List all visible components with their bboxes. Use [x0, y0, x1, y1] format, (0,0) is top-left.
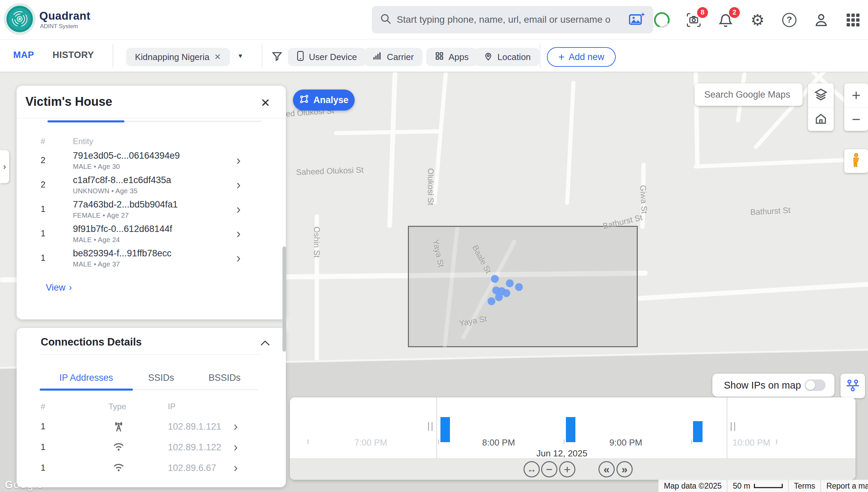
- chevron-right-icon[interactable]: ›: [236, 251, 241, 265]
- panel-expander-tab[interactable]: ›: [0, 150, 9, 183]
- ip-row[interactable]: 1 102.89.6.67 ›: [17, 458, 286, 479]
- divider: [41, 354, 262, 355]
- timeline-forward-button[interactable]: »: [616, 461, 633, 477]
- plus-icon: +: [852, 87, 861, 104]
- capture-badge: 8: [697, 7, 708, 18]
- terms-link[interactable]: Terms: [788, 480, 821, 492]
- notifications-bell-button[interactable]: 2: [717, 11, 734, 29]
- apps-grid-icon: [435, 52, 444, 63]
- close-icon[interactable]: ✕: [261, 96, 271, 110]
- entity-meta: FEMALE • Age 27: [73, 212, 129, 219]
- timeline-controls: ↔ − + « »: [290, 458, 855, 480]
- quadrant-logo[interactable]: [5, 4, 35, 34]
- forward-icon: »: [622, 463, 628, 476]
- tab-history[interactable]: HISTORY: [53, 50, 94, 60]
- ip-address: 102.89.1.122: [168, 442, 221, 453]
- device-dot[interactable]: [488, 297, 495, 305]
- chevron-up-icon[interactable]: [260, 340, 270, 348]
- timeline-activity-bar[interactable]: [693, 421, 703, 442]
- close-icon[interactable]: ✕: [214, 52, 221, 62]
- ip-row[interactable]: 1 102.89.1.122 ›: [17, 437, 286, 458]
- filter-funnel-icon[interactable]: [271, 51, 283, 63]
- arrows-horizontal-icon: ↔: [527, 464, 536, 475]
- network-view-button[interactable]: [841, 374, 865, 398]
- filter-chip-location[interactable]: Location: [475, 48, 539, 66]
- entity-row[interactable]: 1 be829394-f...91ffb78ecc MALE • Age 37 …: [17, 246, 286, 271]
- tab-ip-addresses[interactable]: IP Addresses: [59, 373, 113, 383]
- timeline-panel: || || 7:00 PM 8:00 PM 9:00 PM 10:00 PM J…: [290, 397, 855, 480]
- filter-chip-user-device[interactable]: User Device: [288, 48, 366, 66]
- chevron-right-icon[interactable]: ›: [234, 461, 238, 475]
- entity-count: 1: [41, 229, 45, 238]
- help-button[interactable]: ?: [781, 11, 798, 29]
- entity-row[interactable]: 1 77a463bd-2...bd5b904fa1 FEMALE • Age 2…: [17, 197, 286, 222]
- ip-row[interactable]: 1 102.89.1.121 ›: [17, 417, 286, 437]
- add-new-button[interactable]: + Add new: [547, 47, 616, 67]
- wifi-icon: [112, 461, 125, 474]
- timeline-activity-bar[interactable]: [566, 417, 575, 442]
- filter-chip-apps[interactable]: Apps: [426, 48, 477, 66]
- view-link[interactable]: View ›: [46, 282, 72, 293]
- panel-scrollbar[interactable]: [282, 247, 286, 352]
- device-dot[interactable]: [495, 293, 503, 301]
- chevron-right-icon[interactable]: ›: [234, 419, 238, 434]
- screenshot-capture-button[interactable]: 8: [685, 11, 703, 29]
- minus-icon: −: [546, 463, 553, 476]
- tab-ssids[interactable]: SSIDs: [148, 373, 174, 383]
- device-dot[interactable]: [506, 279, 514, 287]
- map-selection-rectangle[interactable]: [408, 226, 638, 347]
- settings-gear-button[interactable]: ⚙︎: [749, 11, 766, 29]
- analyse-button[interactable]: Analyse: [293, 90, 355, 111]
- add-new-label: Add new: [569, 52, 604, 62]
- profile-button[interactable]: [812, 11, 830, 29]
- map-layers-button[interactable]: [808, 83, 834, 107]
- device-dots-layer: [409, 227, 637, 346]
- chevron-right-icon[interactable]: ›: [234, 440, 238, 454]
- phone-icon: [297, 51, 304, 64]
- gmaps-search-box[interactable]: Search Google Maps: [695, 83, 803, 106]
- filter-chip-carrier[interactable]: Carrier: [364, 48, 422, 66]
- entities-card: Victim's House ✕ # Entity 2 791e3d05-c..…: [17, 86, 286, 319]
- tab-bssids[interactable]: BSSIDs: [209, 373, 241, 383]
- report-map-error-link[interactable]: Report a map error: [821, 480, 868, 492]
- chevron-right-icon[interactable]: ›: [236, 178, 241, 192]
- case-chip[interactable]: Kidnapping Nigeria ✕: [126, 48, 230, 66]
- filter-label: Apps: [449, 52, 469, 62]
- show-ips-toggle[interactable]: [805, 379, 826, 391]
- entity-row[interactable]: 1 9f91b7fc-0...612d68144f MALE • Age 24 …: [17, 222, 286, 246]
- map-home-button[interactable]: [808, 107, 834, 131]
- timeline-fit-button[interactable]: ↔: [524, 461, 540, 477]
- chevron-right-icon[interactable]: ›: [236, 153, 241, 168]
- ip-address: 102.89.1.121: [168, 421, 221, 432]
- session-progress-ring[interactable]: [653, 11, 671, 29]
- device-dot[interactable]: [491, 275, 499, 283]
- timeline-zoom-out-button[interactable]: −: [541, 461, 557, 477]
- apps-menu-button[interactable]: [844, 11, 862, 29]
- chevron-right-icon[interactable]: ›: [236, 227, 241, 241]
- device-dot[interactable]: [502, 289, 510, 297]
- zoom-in-button[interactable]: +: [844, 83, 868, 107]
- rewind-icon: «: [604, 463, 610, 476]
- divider: [113, 44, 113, 67]
- timeline-chart[interactable]: || || 7:00 PM 8:00 PM 9:00 PM 10:00 PM J…: [290, 397, 855, 458]
- caret-down-icon[interactable]: ▼: [237, 53, 243, 60]
- chevron-right-icon[interactable]: ›: [236, 202, 241, 217]
- brand-name: Quadrant: [39, 9, 91, 22]
- timeline-activity-bar[interactable]: [440, 417, 450, 442]
- global-search-input[interactable]: Start typing phone, name, url, email or …: [372, 6, 653, 33]
- zoom-out-button[interactable]: −: [844, 107, 868, 131]
- device-dot[interactable]: [515, 283, 523, 291]
- entity-row[interactable]: 2 c1af7c8f-8...e1c6df435a UNKNOWN • Age …: [17, 173, 286, 197]
- entity-row[interactable]: 2 791e3d05-c...06164394e9 MALE • Age 30 …: [17, 149, 286, 173]
- street-label: Giwa St: [638, 185, 649, 214]
- image-search-icon[interactable]: [629, 12, 645, 27]
- timeline-zoom-in-button[interactable]: +: [559, 461, 575, 477]
- divider: [17, 118, 286, 118]
- timeline-rewind-button[interactable]: «: [598, 461, 615, 477]
- pegman-button[interactable]: [844, 149, 868, 173]
- search-icon: [380, 13, 392, 26]
- tab-indicator-active: [40, 389, 133, 391]
- signal-bars-icon: [373, 52, 382, 63]
- tab-map[interactable]: MAP: [13, 50, 34, 60]
- entity-id: be829394-f...91ffb78ecc: [73, 248, 172, 259]
